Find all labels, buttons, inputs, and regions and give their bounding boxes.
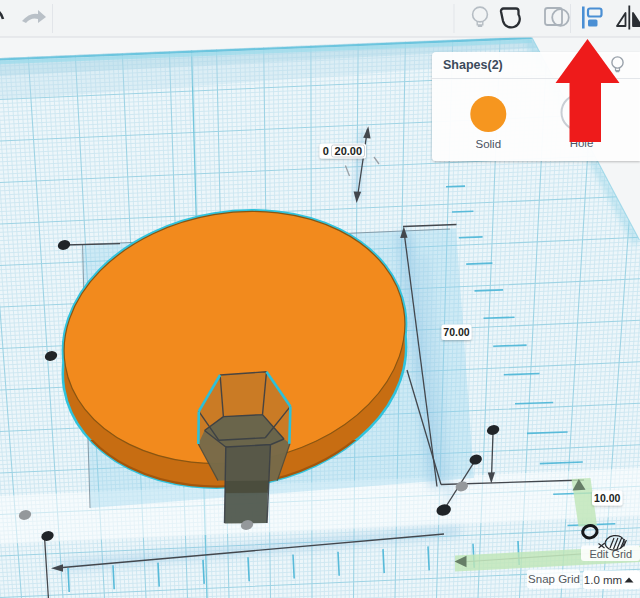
svg-text:10.00: 10.00 xyxy=(594,492,620,504)
svg-text:70.00: 70.00 xyxy=(443,326,469,338)
svg-text:20.00: 20.00 xyxy=(335,145,363,157)
svg-text:0: 0 xyxy=(323,145,329,157)
svg-text:Shapes(2): Shapes(2) xyxy=(443,58,503,72)
svg-text:Solid: Solid xyxy=(476,138,502,150)
svg-text:1.0 mm: 1.0 mm xyxy=(584,574,622,586)
svg-text:Snap Grid: Snap Grid xyxy=(528,573,580,585)
